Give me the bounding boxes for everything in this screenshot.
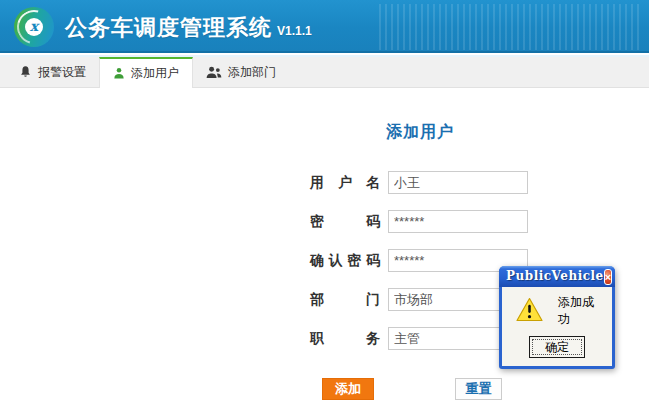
form-row-department: 部门: [310, 288, 530, 311]
form-row-password: 密码: [310, 210, 530, 233]
department-label: 部门: [310, 291, 380, 309]
bell-icon: [19, 65, 32, 79]
tab-add-user[interactable]: 添加用户: [99, 57, 193, 88]
password-input[interactable]: [388, 210, 528, 233]
app-title-text: 公务车调度管理系统: [65, 15, 272, 40]
dialog-title: PublicVehicle: [506, 266, 604, 287]
user-icon: [113, 67, 125, 80]
tab-label: 添加部门: [228, 64, 276, 81]
tab-label: 添加用户: [131, 65, 179, 82]
username-label: 用户名: [310, 174, 380, 192]
tab-label: 报警设置: [38, 64, 86, 81]
app-header: x 公务车调度管理系统V1.1.1: [0, 0, 649, 53]
header-decor-pattern: [379, 4, 639, 50]
users-icon: [206, 66, 222, 79]
app-window: { "header": { "title": "公务车调度管理系统", "ver…: [0, 0, 649, 418]
tab-alarm-settings[interactable]: 报警设置: [6, 57, 99, 87]
confirm-password-label: 确认密码: [310, 252, 380, 270]
username-input[interactable]: [388, 171, 528, 194]
dialog-button-row: 确定: [510, 336, 604, 358]
dialog-body: 添加成功 确定: [502, 287, 612, 366]
add-button[interactable]: 添加: [322, 378, 374, 400]
add-user-form: 添加用户 用户名 密码 确认密码 部门 职务 添加 重置: [310, 122, 530, 400]
message-dialog: PublicVehicle × 添加成功 确定: [499, 266, 615, 369]
form-row-username: 用户名: [310, 171, 530, 194]
dialog-message: 添加成功: [558, 294, 604, 328]
form-title: 添加用户: [310, 122, 530, 143]
tab-bar: 报警设置 添加用户 添加部门: [0, 57, 649, 88]
dialog-titlebar[interactable]: PublicVehicle ×: [499, 266, 615, 287]
dialog-message-row: 添加成功: [510, 297, 604, 325]
position-label: 职务: [310, 330, 380, 348]
app-logo: x: [14, 7, 54, 47]
form-buttons: 添加 重置: [310, 378, 530, 400]
warning-triangle-icon: [516, 297, 543, 326]
logo-x-icon: x: [25, 18, 43, 36]
password-label: 密码: [310, 213, 380, 231]
close-icon[interactable]: ×: [604, 269, 612, 285]
form-row-position: 职务: [310, 327, 530, 350]
app-title: 公务车调度管理系统V1.1.1: [65, 13, 312, 43]
form-row-confirm-password: 确认密码: [310, 249, 530, 272]
app-version: V1.1.1: [277, 24, 312, 38]
ok-button[interactable]: 确定: [529, 336, 585, 358]
ok-button-label: 确定: [532, 339, 582, 355]
tab-add-department[interactable]: 添加部门: [193, 57, 289, 87]
reset-button[interactable]: 重置: [455, 378, 502, 400]
